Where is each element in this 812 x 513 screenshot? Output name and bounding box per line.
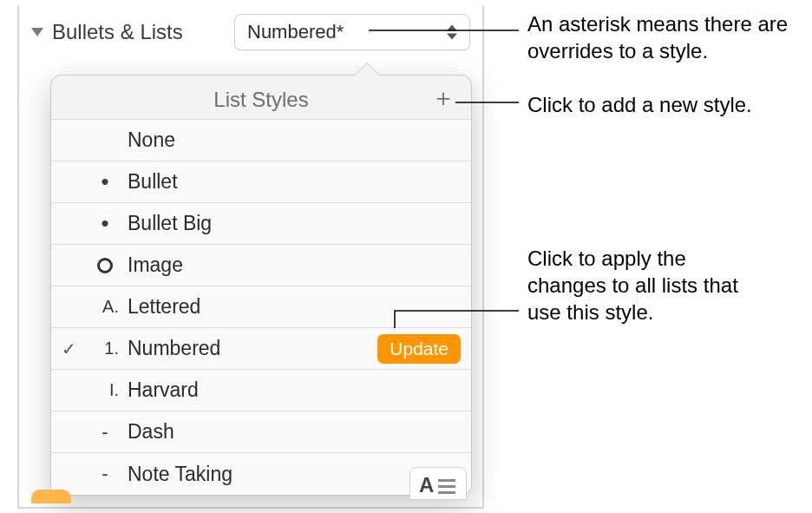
list-item[interactable]: - Dash	[51, 411, 471, 453]
list-item-label: Dash	[124, 420, 461, 444]
list-item[interactable]: I. Harvard	[51, 370, 471, 411]
text-style-toolbar: A	[409, 467, 467, 500]
callout-asterisk: An asterisk means there are overrides to…	[527, 10, 796, 64]
list-item-label: Lettered	[124, 295, 461, 319]
number-marker: 1.	[86, 339, 124, 358]
roman-marker: I.	[86, 380, 124, 400]
list-item[interactable]: - Note Taking	[51, 453, 471, 495]
popover-title: List Styles ＋	[51, 76, 471, 120]
callout-add: Click to add a new style.	[527, 91, 752, 118]
list-item-label: Bullet	[124, 170, 461, 194]
format-panel: Bullets & Lists Numbered* List Styles ＋ …	[17, 5, 484, 509]
style-list: None • Bullet • Bullet Big Image A. Let	[51, 120, 471, 495]
list-item[interactable]: A. Lettered	[51, 286, 471, 328]
orange-accent-icon	[31, 490, 71, 503]
list-item-label: Bullet Big	[124, 212, 461, 235]
svg-text:A: A	[419, 473, 434, 497]
list-item[interactable]: ✓ 1. Numbered Update	[51, 328, 471, 370]
chevron-updown-icon	[447, 25, 457, 40]
image-bullet-icon	[86, 258, 124, 273]
bullet-icon: •	[86, 168, 124, 195]
update-style-button[interactable]: Update	[377, 334, 461, 364]
list-item[interactable]: • Bullet	[51, 161, 471, 203]
list-item-label: Image	[124, 253, 461, 277]
list-style-popup-button[interactable]: Numbered*	[234, 14, 470, 50]
list-style-value: Numbered*	[247, 21, 344, 43]
add-style-button[interactable]: ＋	[429, 84, 457, 112]
bullets-lists-header: Bullets & Lists Numbered*	[19, 5, 482, 57]
svg-rect-1	[438, 479, 455, 482]
list-item-label: None	[124, 128, 461, 152]
list-item[interactable]: None	[51, 120, 471, 161]
bullet-icon: •	[86, 210, 124, 237]
popover-title-text: List Styles	[213, 88, 308, 111]
dash-marker: -	[86, 421, 124, 444]
list-item-label: Harvard	[124, 378, 461, 402]
disclosure-triangle-icon[interactable]	[31, 28, 43, 36]
dash-marker: -	[86, 463, 124, 485]
check-icon: ✓	[51, 339, 86, 359]
dropcap-icon[interactable]: A	[419, 473, 457, 497]
list-item[interactable]: Image	[51, 245, 471, 286]
callout-update: Click to apply the changes to all lists …	[527, 245, 753, 326]
list-item[interactable]: • Bullet Big	[51, 203, 471, 245]
section-label: Bullets & Lists	[52, 20, 183, 44]
svg-rect-2	[438, 485, 455, 488]
letter-marker: A.	[86, 297, 124, 317]
list-item-label: Numbered	[124, 337, 377, 360]
list-styles-popover: List Styles ＋ None • Bullet • Bullet Big	[50, 75, 472, 496]
svg-rect-3	[438, 491, 455, 494]
